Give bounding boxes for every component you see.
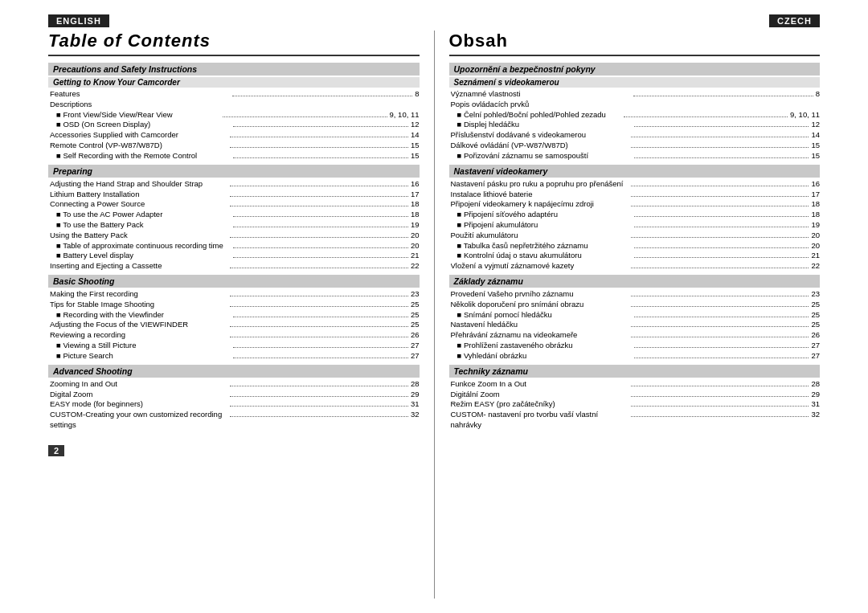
czech-badge: CZECH [769,14,820,27]
toc-entry: Významné vlastnosti 8 [449,89,821,100]
toc-entry: ■ Viewing a Still Picture 27 [48,341,420,351]
techniky-header: Techniky záznamu [449,365,821,378]
obsah-title: Obsah [449,31,821,56]
toc-entry: Instalace lithiové baterie 17 [449,190,821,200]
page-number-badge: 2 [48,445,64,456]
toc-entry: Features 8 [48,89,420,100]
toc-entry: Režim EASY (pro začátečníky) 31 [449,399,821,410]
toc-entry: Remote Control (VP-W87/W87D) 15 [48,141,420,151]
techniky-entries: Funkce Zoom In a Out 28 Digitální Zoom 2… [449,379,821,431]
toc-entry: Descriptions [48,100,420,110]
lang-left: ENGLISH [48,14,434,31]
toc-entry: Připojení videokamery k napájecímu zdroj… [449,199,821,210]
toc-entry: Digitální Zoom 29 [449,390,821,400]
toc-entry: ■ Picture Search 27 [48,351,420,362]
toc-entry: Accessories Supplied with Camcorder 14 [48,130,420,141]
toc-entry: ■ Kontrolní údaj o stavu akumulátoru 21 [449,251,821,261]
toc-entry: Přehrávání záznamu na videokameře 26 [449,330,821,341]
toc-entry: ■ To use the Battery Pack 19 [48,220,420,231]
preparing-entries: Adjusting the Hand Strap and Shoulder St… [48,179,420,272]
toc-entry: Lithium Battery Installation 17 [48,190,420,200]
toc-entry: ■ Čelní pohled/Boční pohled/Pohled zezad… [449,110,821,121]
toc-entry: ■ Self Recording with the Remote Control… [48,151,420,161]
toc-entry: Dálkové ovládání (VP-W87/W87D) 15 [449,141,821,151]
toc-entry: Inserting and Ejecting a Cassette 22 [48,261,420,272]
zaklady-entries: Provedení Vašeho prvního záznamu 23 Něko… [449,289,821,362]
toc-entry: ■ Pořizování záznamu se samospouští 15 [449,151,821,161]
toc-entry: Provedení Vašeho prvního záznamu 23 [449,289,821,300]
toc-entry: Použití akumulátoru 20 [449,231,821,241]
zaklady-header: Základy záznamu [449,275,821,288]
lang-header-row: ENGLISH CZECH [48,14,820,31]
nastaveni-header: Nastavení videokamery [449,165,821,178]
upozorneni-header: Upozornění a bezpečnostní pokyny [449,63,821,76]
toc-entry: Zooming In and Out 28 [48,379,420,390]
page: ENGLISH CZECH Table of Contents Precauti… [0,0,868,613]
toc-entry: Vložení a vyjmutí záznamové kazety 22 [449,261,821,272]
toc-entry: Adjusting the Hand Strap and Shoulder St… [48,179,420,190]
toc-entry: ■ Recording with the Viewfinder 25 [48,310,420,321]
toc-entry: Několik doporučení pro snímání obrazu 25 [449,300,821,310]
preparing-header: Preparing [48,165,420,178]
toc-entry: Nastavení pásku pro ruku a popruhu pro p… [449,179,821,190]
toc-entry: Using the Battery Pack 20 [48,231,420,241]
toc-entry: Making the First recording 23 [48,289,420,300]
lang-right: CZECH [434,14,820,31]
toc-entry: CUSTOM-Creating your own customized reco… [48,410,420,431]
toc-entry: Funkce Zoom In a Out 28 [449,379,821,390]
toc-entry: ■ Tabulka časů nepřetržitého záznamu 20 [449,241,821,251]
toc-title: Table of Contents [48,31,420,56]
nastaveni-entries: Nastavení pásku pro ruku a popruhu pro p… [449,179,821,272]
columns-wrapper: Table of Contents Precautions and Safety… [48,31,820,599]
toc-entry: Nastavení hledáčku 25 [449,320,821,330]
advanced-shooting-header: Advanced Shooting [48,365,420,378]
toc-entry: ■ OSD (On Screen Display) 12 [48,120,420,130]
toc-entry: Tips for Stable Image Shooting 25 [48,300,420,310]
toc-entry: EASY mode (for beginners) 31 [48,399,420,410]
advanced-shooting-entries: Zooming In and Out 28 Digital Zoom 29 EA… [48,379,420,431]
toc-entry: Connecting a Power Source 18 [48,199,420,210]
seznameni-entries: Významné vlastnosti 8 Popis ovládacích p… [449,89,821,161]
toc-entry: Adjusting the Focus of the VIEWFINDER 25 [48,320,420,330]
toc-entry: Reviewing a recording 26 [48,330,420,341]
basic-shooting-header: Basic Shooting [48,275,420,288]
toc-entry: ■ Snímání pomocí hledáčku 25 [449,310,821,321]
toc-entry: ■ Displej hledáčku 12 [449,120,821,130]
toc-entry: ■ Battery Level display 21 [48,251,420,261]
left-column: Table of Contents Precautions and Safety… [48,31,435,599]
toc-entry: Digital Zoom 29 [48,390,420,400]
right-column: Obsah Upozornění a bezpečnostní pokyny S… [435,31,821,599]
toc-entry: ■ Připojení akumulátoru 19 [449,220,821,231]
getting-to-know-entries: Features 8 Descriptions ■ Front View/Sid… [48,89,420,161]
getting-to-know-header: Getting to Know Your Camcorder [48,77,420,88]
toc-entry: ■ Prohlížení zastaveného obrázku 27 [449,341,821,351]
toc-entry: ■ To use the AC Power Adapter 18 [48,210,420,220]
english-badge: ENGLISH [48,14,109,27]
toc-entry: ■ Vyhledání obrázku 27 [449,351,821,362]
basic-shooting-entries: Making the First recording 23 Tips for S… [48,289,420,362]
toc-entry: ■ Table of approximate continuous record… [48,241,420,251]
toc-entry: CUSTOM- nastavení pro tvorbu vaší vlastn… [449,410,821,431]
toc-entry: Příslušenství dodávané s videokamerou 14 [449,130,821,141]
seznameni-header: Seznámení s videokamerou [449,77,821,88]
toc-entry: ■ Front View/Side View/Rear View 9, 10, … [48,110,420,121]
toc-entry: Popis ovládacích prvků [449,100,821,110]
precautions-header: Precautions and Safety Instructions [48,63,420,76]
toc-entry: ■ Připojení síťového adaptéru 18 [449,210,821,220]
